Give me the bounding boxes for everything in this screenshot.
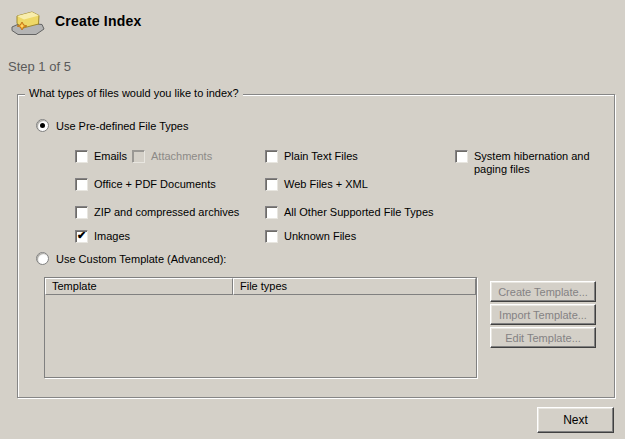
button-label: Create Template... [498, 286, 588, 298]
checkbox-zip-compressed-archives[interactable]: ZIP and compressed archives [75, 206, 239, 219]
radio-use-predefined-file-types[interactable]: Use Pre-defined File Types [36, 119, 188, 132]
column-header-file-types[interactable]: File types [233, 278, 476, 295]
page-title: Create Index [55, 13, 141, 29]
checkbox-icon[interactable] [265, 178, 278, 191]
radio-button-icon[interactable] [36, 119, 49, 132]
checkbox-all-other-supported-file-types[interactable]: All Other Supported File Types [265, 206, 434, 219]
checkbox-emails[interactable]: Emails [75, 150, 127, 163]
index-package-icon [9, 9, 47, 36]
groupbox-label: What types of files would you like to in… [25, 87, 243, 99]
checkbox-icon[interactable] [265, 230, 278, 243]
checkbox-system-hibernation-paging-files[interactable]: System hibernation and paging files [455, 150, 602, 176]
import-template-button[interactable]: Import Template... [490, 304, 596, 325]
button-label: Edit Template... [505, 332, 581, 344]
step-indicator: Step 1 of 5 [8, 59, 71, 74]
template-list-body [45, 295, 476, 377]
file-types-groupbox: What types of files would you like to in… [17, 94, 615, 398]
button-label: Import Template... [499, 309, 587, 321]
radio-label: Use Pre-defined File Types [56, 120, 188, 132]
radio-button-icon[interactable] [36, 252, 49, 265]
checkbox-icon[interactable] [75, 178, 88, 191]
column-header-template[interactable]: Template [45, 278, 233, 295]
radio-use-custom-template[interactable]: Use Custom Template (Advanced): [36, 252, 226, 265]
button-label: Next [563, 413, 588, 427]
edit-template-button[interactable]: Edit Template... [490, 327, 596, 348]
checkbox-icon[interactable] [265, 150, 278, 163]
checkbox-icon [132, 150, 145, 163]
template-list: Template File types [44, 277, 477, 378]
next-button[interactable]: Next [537, 407, 614, 433]
create-index-dialog: Create Index Step 1 of 5 What types of f… [0, 0, 625, 439]
checkbox-icon[interactable] [265, 206, 278, 219]
checkbox-web-files-xml[interactable]: Web Files + XML [265, 178, 368, 191]
checkbox-icon[interactable] [75, 206, 88, 219]
checkbox-images[interactable]: Images [75, 230, 130, 243]
checkbox-unknown-files[interactable]: Unknown Files [265, 230, 356, 243]
create-template-button[interactable]: Create Template... [490, 281, 596, 302]
checkbox-icon[interactable] [75, 230, 88, 243]
checkbox-plain-text-files[interactable]: Plain Text Files [265, 150, 358, 163]
checkbox-attachments: Attachments [132, 150, 212, 163]
checkbox-icon[interactable] [75, 150, 88, 163]
checkbox-office-pdf-documents[interactable]: Office + PDF Documents [75, 178, 216, 191]
radio-label: Use Custom Template (Advanced): [56, 253, 226, 265]
template-list-header: Template File types [45, 278, 476, 295]
checkbox-icon[interactable] [455, 150, 468, 163]
